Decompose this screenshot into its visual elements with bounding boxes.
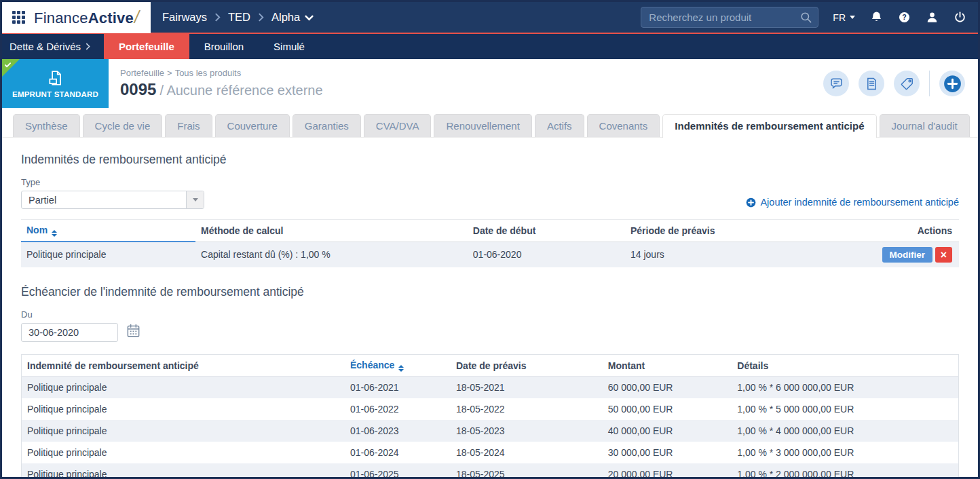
tags-button[interactable]	[894, 71, 920, 96]
du-date-input[interactable]	[21, 323, 118, 342]
type-field: Type Partiel	[21, 177, 204, 209]
tab-frais[interactable]: Frais	[165, 114, 212, 137]
page-icon	[865, 77, 879, 91]
add-product-button[interactable]	[939, 71, 965, 96]
topbar-actions: FR ?	[641, 7, 978, 28]
table-row: Politique principale 01-06-2021 18-05-20…	[22, 376, 959, 398]
tab-journal-audit[interactable]: Journal d'audit	[880, 114, 970, 137]
cell-echeance: 01-06-2024	[345, 442, 451, 463]
document-icon	[47, 69, 64, 87]
product-breadcrumb[interactable]: Portefeuille>Tous les produits	[120, 68, 323, 78]
product-reference: / Aucune référence externe	[159, 83, 322, 98]
tab-covenants[interactable]: Covenants	[587, 114, 660, 137]
calendar-icon[interactable]	[126, 323, 141, 341]
module-menu-dette-derives[interactable]: Dette & Dérivés	[2, 34, 104, 59]
tab-indemnites-remboursement-anticipe[interactable]: Indemnités de remboursement anticipé	[662, 114, 876, 138]
bell-icon[interactable]	[869, 11, 883, 24]
column-header-actions: Actions	[861, 220, 959, 242]
cell-details: 1,00 % * 5 000 000,00 EUR	[732, 398, 958, 420]
cell-indemnite: Politique principale	[22, 376, 345, 398]
tab-cycle-de-vie[interactable]: Cycle de vie	[83, 114, 163, 137]
cell-details: 1,00 % * 2 000 000,00 EUR	[732, 463, 958, 478]
tab-couverture[interactable]: Couverture	[215, 114, 290, 137]
cell-date-preavis: 18-05-2021	[451, 376, 603, 398]
nav-item-brouillon[interactable]: Brouillon	[189, 34, 259, 59]
cell-methode: Capital restant dû (%) : 1,00 %	[195, 242, 468, 267]
column-header-montant[interactable]: Montant	[603, 354, 732, 376]
svg-text:?: ?	[902, 13, 907, 21]
section-title-echeancier: Échéancier de l'indemnité de rembourseme…	[21, 285, 959, 299]
chevron-right-icon	[86, 41, 90, 52]
tab-content: Indemnités de remboursement anticipé Typ…	[2, 138, 978, 477]
plus-icon	[746, 197, 756, 208]
table-row: Politique principale 01-06-2024 18-05-20…	[22, 442, 959, 463]
search-input[interactable]	[649, 12, 799, 23]
product-header: EMPRUNT STANDARD Portefeuille>Tous les p…	[2, 59, 978, 108]
du-label: Du	[21, 309, 959, 320]
cell-montant: 30 000,00 EUR	[603, 442, 732, 463]
tag-icon	[900, 77, 914, 91]
breadcrumb-item-fairways[interactable]: Fairways	[162, 11, 207, 24]
table-row: Politique principale 01-06-2025 18-05-20…	[22, 463, 959, 478]
cell-details: 1,00 % * 3 000 000,00 EUR	[732, 442, 958, 463]
column-header-details[interactable]: Détails	[732, 354, 958, 376]
column-header-echeance[interactable]: Échéance	[345, 354, 451, 376]
nav-item-portefeuille[interactable]: Portefeuille	[104, 34, 189, 59]
power-icon[interactable]	[953, 11, 966, 24]
tab-synthese[interactable]: Synthèse	[13, 114, 80, 137]
tab-cva-dva[interactable]: CVA/DVA	[364, 114, 432, 137]
column-header-indemnite[interactable]: Indemnité de remboursement anticipé	[22, 354, 345, 376]
comments-button[interactable]	[823, 71, 849, 96]
cell-indemnite: Politique principale	[22, 463, 345, 478]
tab-actifs[interactable]: Actifs	[535, 114, 584, 137]
check-icon	[4, 61, 12, 69]
type-select-value: Partiel	[22, 195, 56, 206]
column-header-date-preavis[interactable]: Date de préavis	[451, 354, 603, 376]
divider	[929, 71, 930, 96]
product-search[interactable]	[641, 7, 818, 28]
tab-renouvellement[interactable]: Renouvellement	[434, 114, 531, 137]
sort-icon	[52, 230, 57, 237]
chevron-down-icon	[850, 16, 855, 19]
user-icon[interactable]	[925, 11, 939, 24]
product-actions	[823, 71, 978, 96]
add-indemnity-link[interactable]: Ajouter indemnité de remboursement antic…	[746, 197, 959, 209]
cell-echeance: 01-06-2021	[345, 376, 451, 398]
language-selector[interactable]: FR	[833, 12, 855, 23]
documents-button[interactable]	[859, 71, 884, 96]
cell-echeance: 01-06-2025	[345, 463, 451, 478]
nav-item-simule[interactable]: Simulé	[259, 34, 320, 59]
help-icon[interactable]: ?	[897, 11, 911, 24]
cell-details: 1,00 % * 4 000 000,00 EUR	[732, 420, 958, 442]
type-select[interactable]: Partiel	[21, 191, 204, 209]
select-arrow[interactable]	[186, 191, 204, 208]
tab-garanties[interactable]: Garanties	[293, 114, 361, 137]
modify-button[interactable]: Modifier	[882, 247, 933, 263]
app-window: FinanceActive/ Fairways TED Alpha FR ?	[0, 0, 980, 479]
cell-indemnite: Politique principale	[22, 398, 345, 420]
chevron-right-icon	[258, 13, 264, 22]
comment-icon	[829, 77, 844, 91]
column-header-periode-preavis[interactable]: Période de préavis	[625, 220, 861, 242]
cell-montant: 40 000,00 EUR	[603, 420, 732, 442]
section-title-indemnites: Indemnités de remboursement anticipé	[21, 153, 959, 167]
module-navbar: Dette & Dérivés Portefeuille Brouillon S…	[2, 34, 978, 59]
breadcrumb-item-alpha[interactable]: Alpha	[271, 11, 314, 24]
cell-indemnite: Politique principale	[22, 420, 345, 442]
breadcrumb: Fairways TED Alpha	[162, 11, 314, 24]
cell-details: 1,00 % * 6 000 000,00 EUR	[732, 376, 958, 398]
delete-button[interactable]: ×	[935, 247, 952, 263]
indemnities-table: Nom Méthode de calcul Date de début Péri…	[21, 219, 959, 267]
app-grid-icon[interactable]	[12, 11, 25, 24]
column-header-date-debut[interactable]: Date de début	[468, 220, 625, 242]
brand-logo: FinanceActive/	[34, 7, 139, 27]
product-type-badge: EMPRUNT STANDARD	[2, 59, 109, 108]
search-icon[interactable]	[799, 11, 812, 24]
cell-date-preavis: 18-05-2023	[451, 420, 603, 442]
logo[interactable]: FinanceActive/	[2, 1, 151, 33]
column-header-methode[interactable]: Méthode de calcul	[195, 220, 468, 242]
cell-echeance: 01-06-2022	[345, 398, 451, 420]
column-header-nom[interactable]: Nom	[21, 220, 195, 242]
logo-slash-icon: /	[134, 7, 139, 26]
breadcrumb-item-ted[interactable]: TED	[228, 11, 250, 24]
